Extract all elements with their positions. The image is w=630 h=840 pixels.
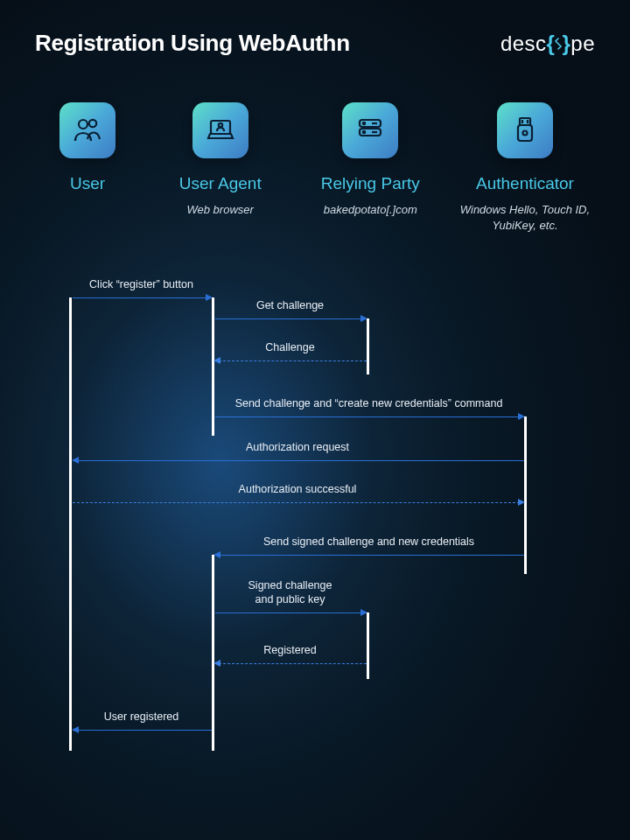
arrow-get-challenge: [215, 318, 364, 319]
brand-logo: desc {} pe: [500, 32, 595, 56]
brand-post: pe: [570, 32, 595, 56]
lifeline-agent-1: [212, 298, 214, 436]
arrow-send-signed: [219, 555, 524, 556]
brand-braces-icon: {}: [547, 32, 571, 56]
actor-rp: Relying Party bakedpotato[.]com: [300, 102, 440, 233]
arrow-auth-successful: [73, 502, 520, 503]
actor-agent-label: User Agent: [179, 174, 262, 193]
svg-rect-10: [520, 118, 530, 125]
arrow-signed-public-key: [215, 612, 364, 613]
msg-registered: Registered: [213, 644, 368, 656]
arrow-user-registered: [77, 730, 212, 731]
svg-point-3: [218, 123, 221, 127]
arrowhead: [72, 726, 79, 733]
msg-user-registered: User registered: [70, 710, 213, 723]
arrowhead: [72, 457, 79, 464]
arrow-click-register: [73, 298, 209, 298]
msg-get-challenge: Get challenge: [213, 299, 368, 312]
actor-auth-label: Authenticator: [476, 174, 574, 193]
laptop-icon: [192, 102, 248, 158]
arrowhead: [214, 551, 220, 558]
arrowhead: [518, 499, 525, 506]
arrow-registered: [219, 663, 367, 664]
svg-point-6: [363, 122, 365, 124]
actor-rp-label: Relying Party: [321, 174, 420, 193]
svg-point-7: [363, 131, 365, 133]
msg-challenge: Challenge: [213, 341, 368, 354]
lifeline-auth: [524, 416, 527, 574]
msg-click-register: Click “register” button: [70, 278, 213, 290]
msg-send-challenge-create: Send challenge and “create new credentia…: [213, 397, 525, 410]
actor-user-label: User: [70, 174, 105, 193]
arrow-challenge: [219, 360, 367, 361]
server-icon: [342, 102, 398, 158]
user-icon: [60, 102, 116, 158]
msg-signed-public-key-1: Signed challenge: [213, 579, 368, 592]
svg-point-14: [522, 131, 527, 136]
arrow-auth-request: [77, 460, 524, 461]
actor-rp-sub: bakedpotato[.]com: [324, 202, 417, 218]
svg-point-0: [79, 120, 88, 129]
arrowhead: [214, 660, 220, 667]
actor-user: User: [35, 102, 140, 233]
msg-send-signed: Send signed challenge and new credential…: [213, 536, 525, 548]
actor-agent: User Agent Web browser: [155, 102, 286, 233]
arrow-send-challenge-create: [215, 416, 522, 417]
actor-auth: Authenticator Windows Hello, Touch ID, Y…: [455, 102, 595, 233]
brand-pre: desc: [500, 32, 547, 56]
lifeline-user: [69, 298, 72, 751]
sequence-diagram: Click “register” button Get challenge Ch…: [0, 278, 630, 768]
actor-auth-sub: Windows Hello, Touch ID, YubiKey, etc.: [459, 202, 591, 233]
msg-auth-request: Authorization request: [70, 441, 525, 453]
msg-auth-successful: Authorization successful: [70, 483, 525, 495]
msg-signed-public-key-2: and public key: [213, 593, 368, 606]
svg-point-1: [89, 120, 96, 127]
svg-rect-11: [518, 125, 532, 141]
arrowhead: [214, 357, 220, 364]
usb-key-icon: [497, 102, 553, 158]
page-title: Registration Using WebAuthn: [35, 30, 350, 57]
actor-agent-sub: Web browser: [186, 202, 253, 218]
